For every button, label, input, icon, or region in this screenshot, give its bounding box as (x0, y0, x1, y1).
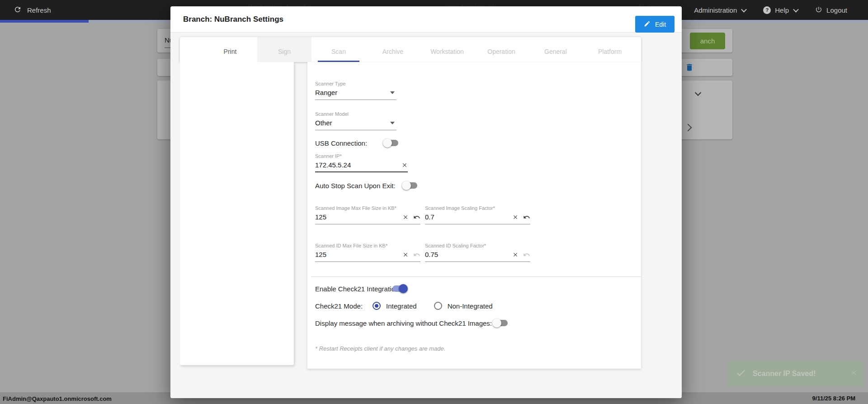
scanned-image-max-size-field[interactable]: Scanned Image Max File Size in KB* 125 (315, 205, 420, 224)
tab-platform[interactable]: Platform (583, 37, 637, 62)
scanner-ip-field[interactable]: Scanner IP* 172.45.5.24 (315, 153, 408, 172)
display-message-toggle[interactable] (492, 318, 509, 328)
integrated-radio[interactable] (373, 302, 381, 310)
refresh-label: Refresh (27, 6, 51, 14)
undo-icon[interactable] (413, 251, 420, 258)
scanned-image-scaling-field[interactable]: Scanned Image Scaling Factor* 0.7 (425, 205, 530, 224)
dropdown-arrow-icon (390, 122, 395, 124)
auto-stop-row: Auto Stop Scan Upon Exit: (315, 181, 451, 190)
usb-connection-row: USB Connection: (315, 138, 433, 148)
check21-integration-row: Enable Check21 Integration: (315, 284, 460, 294)
tab-archive[interactable]: Archive (366, 37, 420, 62)
power-icon (815, 6, 822, 14)
branch-action-button[interactable]: anch (690, 33, 725, 49)
settings-tab-bar: Print Sign Scan Archive Workstation Oper… (180, 37, 641, 62)
check21-mode-row: Check21 Mode: Integrated Non-Integrated (315, 301, 523, 311)
dialog-header: Branch: NuBranch Settings Edit (170, 6, 682, 33)
refresh-button[interactable]: Refresh (14, 5, 51, 15)
toast-notification: Scanner IP Saved! (726, 361, 863, 386)
clear-icon[interactable] (402, 252, 409, 258)
clear-icon[interactable] (401, 162, 408, 168)
help-menu[interactable]: ? Help (763, 6, 798, 14)
chevron-down-icon (793, 6, 799, 12)
toast-message: Scanner IP Saved! (753, 370, 851, 378)
undo-icon[interactable] (523, 214, 530, 221)
scanned-id-scaling-field[interactable]: Scanned ID Scaling Factor* 0.75 (425, 243, 530, 262)
chevron-down-icon (741, 6, 747, 12)
clear-icon[interactable] (402, 214, 409, 220)
tab-general[interactable]: General (528, 37, 583, 62)
active-nav-indicator (0, 20, 89, 23)
clear-icon[interactable] (512, 214, 519, 220)
logged-in-user: FiAdmin@Qaxpauto1.onmicrosoft.com (3, 395, 112, 402)
dialog-body: Print Sign Scan Archive Workstation Oper… (170, 33, 682, 398)
dropdown-chevron-icon[interactable] (695, 90, 701, 96)
clear-icon[interactable] (512, 252, 519, 258)
branch-settings-dialog: Branch: NuBranch Settings Edit Print Sig… (170, 6, 682, 398)
toast-close-icon[interactable] (851, 370, 857, 378)
tab-workstation[interactable]: Workstation (420, 37, 474, 62)
scan-settings-panel: Scanner Type Ranger Scanner Model Other … (307, 62, 641, 369)
edit-button[interactable]: Edit (635, 16, 675, 33)
tab-scan[interactable]: Scan (311, 37, 366, 62)
help-icon: ? (763, 6, 771, 14)
administration-menu[interactable]: Administration (694, 6, 746, 14)
status-timestamp: 9/11/25 8:26 PM (812, 395, 855, 402)
check21-integration-toggle[interactable] (392, 284, 408, 293)
undo-icon[interactable] (413, 214, 420, 221)
screen: Refresh Administration ? Help Logout NuB… (0, 0, 868, 404)
scanner-model-select[interactable]: Scanner Model Other (315, 111, 396, 130)
tab-side-panel (180, 62, 294, 365)
trash-icon[interactable] (685, 63, 694, 72)
display-message-row: Display message when archiving without C… (315, 318, 523, 328)
success-check-icon (736, 367, 746, 380)
tab-print[interactable]: Print (203, 37, 257, 62)
dialog-title: Branch: NuBranch Settings (183, 15, 283, 24)
logout-button[interactable]: Logout (815, 6, 847, 14)
expand-right-icon[interactable] (684, 124, 692, 132)
scanned-id-max-size-field[interactable]: Scanned ID Max File Size in KB* 125 (315, 243, 420, 262)
usb-connection-toggle[interactable] (383, 138, 399, 147)
refresh-icon (14, 5, 22, 15)
restart-footnote: * Restart Receipts client if any changes… (315, 345, 445, 352)
undo-icon[interactable] (523, 251, 530, 258)
auto-stop-toggle[interactable] (402, 181, 418, 190)
dropdown-arrow-icon (390, 91, 395, 94)
tab-operation[interactable]: Operation (474, 37, 528, 62)
non-integrated-radio[interactable] (434, 302, 442, 310)
section-divider (311, 276, 641, 277)
scanner-type-select[interactable]: Scanner Type Ranger (315, 81, 396, 100)
tab-sign[interactable]: Sign (257, 37, 311, 62)
pencil-icon (644, 20, 651, 29)
